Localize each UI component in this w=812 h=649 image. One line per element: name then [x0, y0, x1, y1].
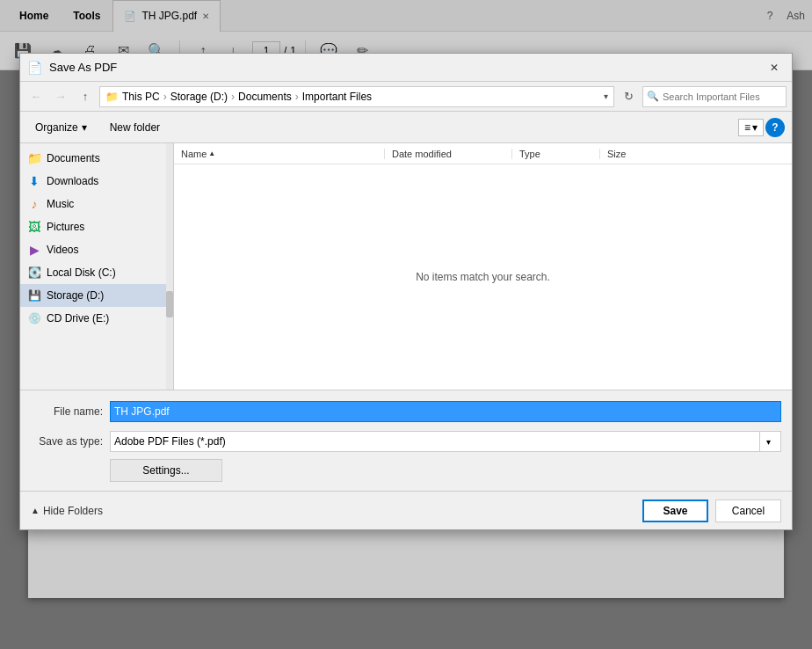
empty-message-text: No items match your search. [416, 271, 550, 283]
search-icon: 🔍 [647, 91, 659, 102]
view-controls: ≡ ▾ ? [738, 118, 785, 137]
col-name-sort: ▲ [208, 149, 215, 157]
sidebar-item-music[interactable]: ♪ Music [20, 193, 173, 215]
sidebar-item-documents[interactable]: 📁 Documents [20, 147, 173, 170]
settings-button[interactable]: Settings... [110, 459, 222, 482]
music-icon: ♪ [27, 197, 41, 211]
filename-label: File name: [31, 405, 110, 418]
col-name[interactable]: Name ▲ [174, 149, 385, 159]
dialog-footer: ▲ Hide Folders Save Cancel [20, 491, 792, 529]
dialog-title-icon: 📄 [27, 61, 42, 75]
sidebar-item-cd-drive[interactable]: 💿 CD Drive (E:) [20, 307, 173, 330]
col-type-label: Type [519, 149, 540, 159]
dialog-filelist: Name ▲ Date modified Type Size No items … [174, 143, 792, 390]
dialog-sidebar: 📁 Documents ⬇ Downloads ♪ Music 🖼 Pictur… [20, 143, 174, 390]
col-date[interactable]: Date modified [385, 149, 512, 159]
dialog-form: File name: Save as type: Adobe PDF Files… [20, 390, 792, 491]
sidebar-scrollbar-track [166, 143, 173, 390]
view-chevron: ▾ [752, 121, 758, 134]
videos-icon: ▶ [27, 243, 41, 257]
sidebar-videos-label: Videos [47, 244, 78, 256]
organize-label: Organize [35, 121, 78, 134]
cancel-button-label: Cancel [732, 505, 765, 517]
dialog-close-button[interactable]: ✕ [764, 57, 785, 78]
sidebar-pictures-label: Pictures [47, 221, 84, 233]
dialog-titlebar: 📄 Save As PDF ✕ [20, 54, 792, 82]
savetype-label: Save as type: [31, 435, 110, 448]
settings-label: Settings... [142, 464, 189, 477]
pictures-icon: 🖼 [27, 220, 41, 234]
breadcrumb-bar[interactable]: 📁 This PC › Storage (D:) › Documents › I… [99, 86, 614, 107]
col-name-label: Name [181, 149, 207, 159]
breadcrumb-arrow-3: › [295, 91, 299, 103]
nav-back-button[interactable]: ← [25, 86, 47, 107]
nav-refresh-button[interactable]: ↻ [618, 86, 639, 107]
file-list-empty-message: No items match your search. [174, 164, 792, 390]
filename-input[interactable] [110, 401, 781, 422]
sidebar-item-pictures[interactable]: 🖼 Pictures [20, 215, 173, 238]
col-type[interactable]: Type [512, 149, 600, 159]
hide-folders-label: Hide Folders [43, 505, 103, 517]
sidebar-downloads-label: Downloads [47, 175, 98, 187]
breadcrumb-documents[interactable]: Documents [238, 91, 292, 103]
nav-up-button[interactable]: ↑ [75, 86, 96, 107]
sidebar-item-local-disk[interactable]: 💽 Local Disk (C:) [20, 261, 173, 284]
breadcrumb-this-pc[interactable]: This PC [122, 91, 160, 103]
new-folder-label: New folder [110, 121, 160, 134]
sidebar-music-label: Music [47, 198, 74, 210]
sidebar-local-disk-label: Local Disk (C:) [47, 266, 116, 279]
col-date-label: Date modified [392, 149, 452, 159]
documents-icon: 📁 [27, 151, 41, 165]
hide-folders-chevron: ▲ [31, 506, 40, 515]
breadcrumb-arrow-1: › [163, 91, 167, 103]
save-button-label: Save [663, 505, 687, 517]
savetype-row: Save as type: Adobe PDF Files (*.pdf) ▾ [31, 429, 781, 454]
sidebar-item-downloads[interactable]: ⬇ Downloads [20, 170, 173, 193]
col-size[interactable]: Size [600, 149, 671, 159]
breadcrumb-important-files[interactable]: Important Files [302, 91, 372, 103]
view-toggle-button[interactable]: ≡ ▾ [738, 119, 764, 136]
sidebar-storage-label: Storage (D:) [47, 289, 104, 302]
breadcrumb-arrow-2: › [231, 91, 235, 103]
view-icon: ≡ [744, 121, 750, 134]
dialog-help-button[interactable]: ? [765, 118, 785, 137]
sidebar-item-videos[interactable]: ▶ Videos [20, 238, 173, 261]
breadcrumb-storage[interactable]: Storage (D:) [170, 91, 228, 103]
save-as-dialog: 📄 Save As PDF ✕ ← → ↑ 📁 This PC › Storag… [19, 53, 793, 530]
file-list-header: Name ▲ Date modified Type Size [174, 143, 792, 164]
organize-chevron: ▾ [82, 121, 87, 134]
dialog-nav: ← → ↑ 📁 This PC › Storage (D:) › Documen… [20, 82, 792, 112]
savetype-select[interactable]: Adobe PDF Files (*.pdf) ▾ [110, 431, 781, 452]
sidebar-item-storage[interactable]: 💾 Storage (D:) [20, 284, 173, 307]
new-folder-button[interactable]: New folder [102, 119, 168, 136]
organize-button[interactable]: Organize ▾ [27, 119, 95, 136]
sidebar-scrollbar-thumb[interactable] [166, 291, 173, 317]
storage-icon: 💾 [27, 289, 41, 302]
search-box[interactable]: 🔍 [642, 86, 787, 107]
sidebar-cd-drive-label: CD Drive (E:) [47, 312, 109, 324]
col-size-label: Size [607, 149, 626, 159]
savetype-value: Adobe PDF Files (*.pdf) [114, 435, 759, 448]
cancel-button[interactable]: Cancel [715, 500, 781, 522]
dialog-overlay: 📄 Save As PDF ✕ ← → ↑ 📁 This PC › Storag… [0, 0, 812, 649]
save-button[interactable]: Save [642, 500, 708, 522]
dialog-body: 📁 Documents ⬇ Downloads ♪ Music 🖼 Pictur… [20, 143, 792, 390]
savetype-chevron[interactable]: ▾ [759, 432, 777, 451]
downloads-icon: ⬇ [27, 174, 41, 188]
dialog-title-text: Save As PDF [49, 61, 757, 74]
search-input[interactable] [663, 91, 782, 102]
cd-drive-icon: 💿 [27, 312, 41, 324]
filename-row: File name: [31, 399, 781, 424]
footer-buttons: Save Cancel [642, 500, 781, 522]
local-disk-icon: 💽 [27, 266, 41, 279]
dialog-file-toolbar: Organize ▾ New folder ≡ ▾ ? [20, 112, 792, 143]
hide-folders-toggle[interactable]: ▲ Hide Folders [31, 505, 103, 517]
nav-forward-button[interactable]: → [50, 86, 71, 107]
breadcrumb-chevron[interactable]: ▾ [604, 91, 608, 101]
breadcrumb-folder-icon: 📁 [105, 91, 119, 103]
sidebar-documents-label: Documents [47, 152, 100, 164]
